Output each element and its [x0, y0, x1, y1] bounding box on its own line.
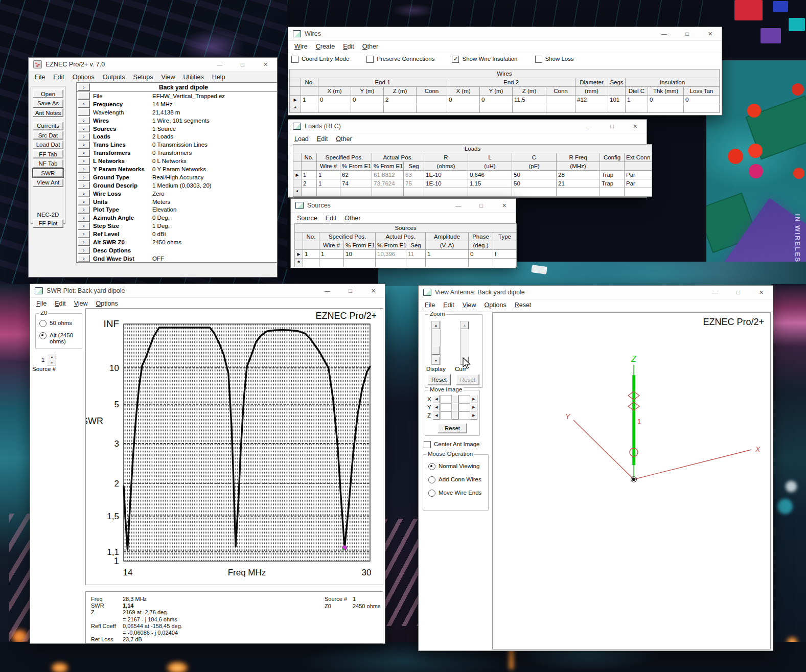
menu-item-setups[interactable]: Setups — [129, 73, 157, 82]
table-cell[interactable]: 2 — [302, 179, 317, 188]
checkbox-box[interactable] — [424, 441, 431, 448]
scroll-down-icon[interactable]: ▼ — [432, 357, 440, 364]
scroll-right-icon[interactable]: ▶ — [470, 395, 477, 403]
param-value[interactable]: EFHW_Vertical_Trapped.ez — [152, 93, 225, 99]
table-cell[interactable]: 1 — [317, 171, 340, 179]
table-cell[interactable]: 50 — [512, 179, 557, 188]
param-expand-button[interactable]: › — [78, 181, 90, 189]
menu-item-reset[interactable]: Reset — [511, 300, 536, 310]
minimize-button[interactable]: — — [578, 120, 601, 133]
move-image-reset-button[interactable]: Reset — [437, 423, 467, 433]
open-button[interactable]: Open — [33, 89, 63, 98]
minimize-button[interactable]: — — [447, 199, 470, 212]
table-cell[interactable]: 1E-10 — [424, 171, 468, 179]
table-cell[interactable] — [468, 188, 512, 197]
param-expand-button[interactable]: › — [78, 157, 90, 165]
scroll-left-icon[interactable]: ◀ — [433, 411, 440, 420]
sources-window[interactable]: Sources — □ ✕ SourceEditOther SourcesNo.… — [290, 198, 516, 268]
table-cell[interactable] — [302, 188, 317, 197]
table-cell[interactable] — [600, 188, 625, 197]
menu-item-edit[interactable]: Edit — [313, 134, 332, 144]
menu-item-view[interactable]: View — [157, 73, 179, 82]
source-number-spinner[interactable]: 1 ▲ ▼ — [41, 354, 56, 365]
param-expand-button[interactable]: › — [78, 254, 90, 262]
minimize-button[interactable]: — — [316, 284, 339, 297]
table-cell[interactable] — [426, 259, 469, 267]
param-value[interactable]: 2 Loads — [152, 133, 173, 140]
view-antenna-window[interactable]: View Antenna: Back yard dipole — □ ✕ Fil… — [418, 285, 773, 651]
checkbox-preserve-connections[interactable]: Preserve Connections — [366, 56, 434, 63]
close-button[interactable]: ✕ — [750, 286, 773, 299]
scroll-right-icon[interactable]: ▶ — [470, 411, 477, 420]
sources-titlebar[interactable]: Sources — □ ✕ — [291, 199, 516, 213]
scroll-left-icon[interactable]: ◀ — [433, 395, 440, 403]
checkbox-box[interactable] — [291, 56, 298, 63]
table-cell[interactable]: 0 — [351, 96, 384, 104]
radio-dot[interactable] — [39, 320, 47, 327]
param-value[interactable]: 14 MHz — [152, 101, 173, 107]
table-cell[interactable] — [417, 96, 447, 104]
move-image-x-scrollbar[interactable]: X◀▶ — [427, 395, 477, 403]
scroll-right-icon[interactable]: ▶ — [470, 403, 477, 411]
table-cell[interactable] — [546, 96, 575, 104]
menu-item-other[interactable]: Other — [358, 42, 382, 51]
minimize-button[interactable]: — — [208, 58, 231, 71]
table-cell[interactable]: 0 — [318, 96, 351, 104]
table-cell[interactable]: #12 — [575, 96, 608, 104]
param-value[interactable]: 1 Source — [152, 126, 176, 132]
table-cell[interactable] — [493, 259, 517, 267]
currents-button[interactable]: Currents — [33, 122, 63, 130]
radio-dot[interactable] — [39, 332, 47, 339]
table-cell[interactable]: 10 — [344, 250, 376, 259]
menu-item-file[interactable]: File — [31, 73, 49, 82]
table-cell[interactable]: 101 — [608, 96, 626, 104]
param-expand-button[interactable]: › — [78, 165, 90, 173]
table-cell[interactable]: 0,646 — [468, 171, 512, 179]
table-cell[interactable] — [512, 188, 557, 197]
table-cell[interactable] — [376, 259, 406, 267]
table-cell[interactable] — [301, 104, 318, 113]
center-ant-image-checkbox[interactable]: Center Ant Image — [424, 441, 480, 448]
antenna-view-canvas[interactable]: EZNEC Pro/2+ XYZ1 — [492, 312, 771, 650]
close-button[interactable]: ✕ — [362, 284, 385, 297]
maximize-button[interactable]: □ — [231, 58, 254, 71]
table-cell[interactable] — [424, 188, 468, 197]
table-cell[interactable] — [684, 104, 720, 113]
param-value[interactable]: 0 Transformers — [152, 150, 192, 156]
spinner-down-button[interactable]: ▼ — [47, 360, 56, 365]
table-cell[interactable] — [384, 104, 417, 113]
table-cell[interactable]: 10,396 — [376, 250, 406, 259]
checkbox-box[interactable] — [366, 56, 374, 63]
param-value[interactable]: Meters — [152, 199, 170, 205]
param-value[interactable]: 0 Deg. — [152, 215, 170, 221]
table-cell[interactable]: 74 — [340, 179, 372, 188]
param-expand-button[interactable]: › — [78, 125, 90, 132]
checkbox-show-wire-insulation[interactable]: ✓Show Wire Insulation — [452, 56, 517, 63]
swr-titlebar[interactable]: SWR Plot: Back yard dipole — □ ✕ — [30, 284, 385, 298]
param-expand-button[interactable]: › — [78, 214, 90, 222]
move-image-y-scrollbar[interactable]: Y◀▶ — [427, 403, 477, 411]
scroll-up-icon[interactable]: ▲ — [432, 321, 440, 329]
table-cell[interactable] — [344, 259, 376, 267]
close-button[interactable]: ✕ — [624, 120, 647, 133]
param-expand-button[interactable]: › — [78, 100, 90, 108]
table-cell[interactable]: 1 — [303, 250, 319, 259]
table-cell[interactable]: 50 — [512, 171, 557, 179]
menu-item-file[interactable]: File — [421, 300, 439, 310]
radio-50-ohms[interactable]: 50 ohms — [39, 320, 82, 327]
table-cell[interactable] — [575, 104, 608, 113]
param-expand-button[interactable]: › — [78, 198, 90, 205]
close-button[interactable]: ✕ — [493, 199, 516, 212]
param-expand-button[interactable]: › — [78, 133, 90, 141]
param-value[interactable]: 2450 ohms — [152, 239, 181, 245]
param-value[interactable]: 21,4138 m — [152, 109, 180, 115]
param-expand-button[interactable]: › — [78, 190, 90, 197]
load-dat-button[interactable]: Load Dat — [33, 141, 63, 149]
wires-window[interactable]: Wires — □ ✕ WireCreateEditOther Coord En… — [288, 27, 722, 115]
close-button[interactable]: ✕ — [254, 58, 277, 71]
expand-all-button[interactable]: › — [78, 83, 90, 91]
table-cell[interactable] — [480, 104, 513, 113]
menu-item-edit[interactable]: Edit — [439, 300, 458, 310]
swr-plot-window[interactable]: SWR Plot: Back yard dipole — □ ✕ FileEdi… — [30, 284, 385, 644]
radio-alt-2450-ohms-[interactable]: Alt (2450 ohms) — [39, 332, 82, 344]
